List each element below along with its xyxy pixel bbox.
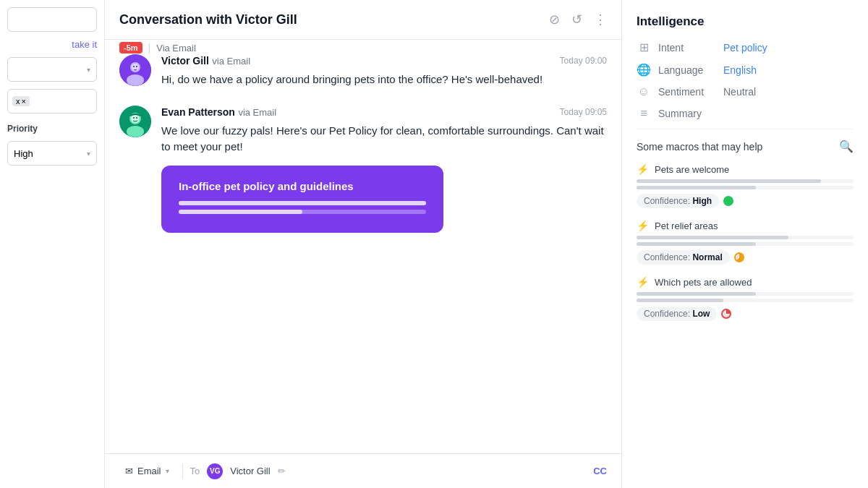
message-row: Evan Patterson via Email Today 09:05 We …: [119, 106, 607, 233]
svg-point-5: [136, 66, 137, 67]
confidence-badge: Confidence: Low: [637, 307, 717, 321]
message-content-evan: Evan Patterson via Email Today 09:05 We …: [161, 106, 607, 233]
recipient-name: Victor Gill: [230, 466, 270, 476]
chevron-down-icon: ▾: [166, 467, 169, 475]
svg-point-11: [136, 117, 137, 119]
chevron-down-icon: ▾: [87, 66, 90, 74]
avatar-evan-svg: [119, 106, 151, 137]
lightning-icon: ⚡: [637, 276, 649, 288]
message-content-victor: Victor Gill via Email Today 09:00 Hi, do…: [161, 54, 607, 88]
macro-bar-outer: [637, 292, 854, 296]
grid-icon: ⊞: [637, 40, 651, 54]
left-dropdown[interactable]: ▾: [7, 57, 97, 82]
summary-label: Summary: [658, 108, 716, 119]
email-label: Email: [137, 466, 161, 476]
macro-item-3: ⚡ Which pets are allowed Confidence: Low: [637, 276, 854, 321]
summary-icon: ≡: [637, 107, 651, 120]
filter-icon[interactable]: ⊘: [549, 12, 560, 27]
language-row: 🌐 Language English: [637, 63, 854, 77]
attachment-bar-inner: [179, 201, 426, 205]
confidence-row: Confidence: High: [637, 194, 854, 208]
message-time: Today 09:00: [560, 56, 607, 66]
message-meta: Evan Patterson via Email Today 09:05: [161, 106, 607, 119]
horizontal-divider: [637, 129, 854, 129]
left-search-box[interactable]: [7, 7, 97, 32]
cc-button[interactable]: CC: [593, 466, 607, 476]
search-icon[interactable]: 🔍: [839, 140, 854, 153]
message-text: Hi, do we have a policy around bringing …: [161, 72, 607, 88]
svg-point-2: [127, 74, 144, 86]
confidence-row: Confidence: Normal: [637, 250, 854, 265]
attachment-card[interactable]: In-office pet policy and guidelines: [161, 166, 443, 233]
priority-value: High: [14, 148, 33, 159]
more-options-icon[interactable]: ⋮: [594, 12, 607, 27]
macros-header: Some macros that may help 🔍: [637, 140, 854, 153]
sentiment-label: Sentiment: [658, 86, 716, 98]
attachment-bar-outer: [179, 201, 426, 205]
macro-bar-fill: [637, 292, 756, 296]
macro-name-row: ⚡ Which pets are allowed: [637, 276, 854, 288]
language-label: Language: [658, 64, 716, 76]
message-time: Today 09:05: [560, 107, 607, 117]
intelligence-panel: Intelligence ⊞ Intent Pet policy 🌐 Langu…: [622, 0, 868, 488]
macro-bar-fill-short: [637, 242, 756, 246]
macro-bar-outer-2: [637, 242, 854, 246]
confidence-row: Confidence: Low: [637, 307, 854, 321]
globe-icon: 🌐: [637, 63, 651, 77]
macro-bar-outer-2: [637, 299, 854, 302]
avatar-victor-svg: [119, 54, 151, 86]
header-actions: ⊘ ↺ ⋮: [549, 12, 607, 27]
lightning-icon: ⚡: [637, 163, 649, 175]
email-channel-button[interactable]: ✉ Email ▾: [119, 463, 175, 479]
sender-info: Evan Patterson via Email: [161, 106, 276, 119]
mail-icon: ✉: [125, 466, 133, 476]
to-label: To: [190, 466, 200, 476]
intent-row: ⊞ Intent Pet policy: [637, 40, 854, 54]
avatar-victor: [119, 54, 151, 86]
macro-bar-fill: [637, 179, 821, 183]
confidence-badge: Confidence: High: [637, 194, 719, 208]
left-tag-box[interactable]: x ×: [7, 89, 97, 114]
conversation-title: Conversation with Victor Gill: [119, 12, 297, 27]
attachment-bar-outer-2: [179, 210, 426, 214]
take-it-link[interactable]: take it: [7, 39, 97, 50]
confidence-dot-high: [723, 196, 733, 206]
message-text: We love our fuzzy pals! Here's our Pet P…: [161, 123, 607, 155]
macro-name-row: ⚡ Pet relief areas: [637, 220, 854, 231]
history-icon[interactable]: ↺: [571, 12, 582, 27]
language-value[interactable]: English: [723, 64, 757, 76]
intent-value[interactable]: Pet policy: [723, 42, 767, 53]
messages-area: Victor Gill via Email Today 09:00 Hi, do…: [105, 40, 621, 453]
sender-channel: via Email: [212, 56, 250, 67]
left-tag: x ×: [12, 96, 30, 106]
message-meta: Victor Gill via Email Today 09:00: [161, 54, 607, 67]
compose-footer: ✉ Email ▾ To VG Victor Gill ✏ CC: [105, 453, 621, 488]
sender-name: Victor Gill: [161, 55, 209, 67]
summary-row: ≡ Summary: [637, 107, 854, 120]
edit-icon[interactable]: ✏: [278, 466, 286, 476]
conversation-header: Conversation with Victor Gill -5m | Via …: [105, 0, 621, 40]
macro-name: Pets are welcome: [655, 164, 729, 175]
sender-name: Evan Patterson: [161, 106, 235, 118]
intelligence-title: Intelligence: [637, 14, 854, 29]
macro-name: Which pets are allowed: [655, 277, 752, 288]
close-icon[interactable]: ×: [22, 97, 26, 106]
svg-point-4: [133, 66, 135, 67]
message-row: Victor Gill via Email Today 09:00 Hi, do…: [119, 54, 607, 88]
macro-bar-outer-2: [637, 186, 854, 189]
confidence-dot-low: [721, 309, 731, 319]
svg-point-8: [127, 126, 144, 137]
avatar-evan: [119, 106, 151, 137]
macro-bar-fill: [637, 236, 788, 239]
priority-label: Priority: [7, 124, 97, 134]
confidence-badge: Confidence: Normal: [637, 250, 730, 265]
sender-channel: via Email: [238, 107, 276, 118]
priority-dropdown[interactable]: High ▾: [7, 141, 97, 166]
sender-info: Victor Gill via Email: [161, 54, 250, 67]
sentiment-row: ☺ Sentiment Neutral: [637, 85, 854, 98]
macro-bar-outer: [637, 179, 854, 183]
recipient-avatar: VG: [207, 463, 223, 479]
sentiment-value: Neutral: [723, 86, 756, 98]
macro-bar-fill-short: [637, 186, 756, 189]
separator: |: [148, 42, 151, 53]
